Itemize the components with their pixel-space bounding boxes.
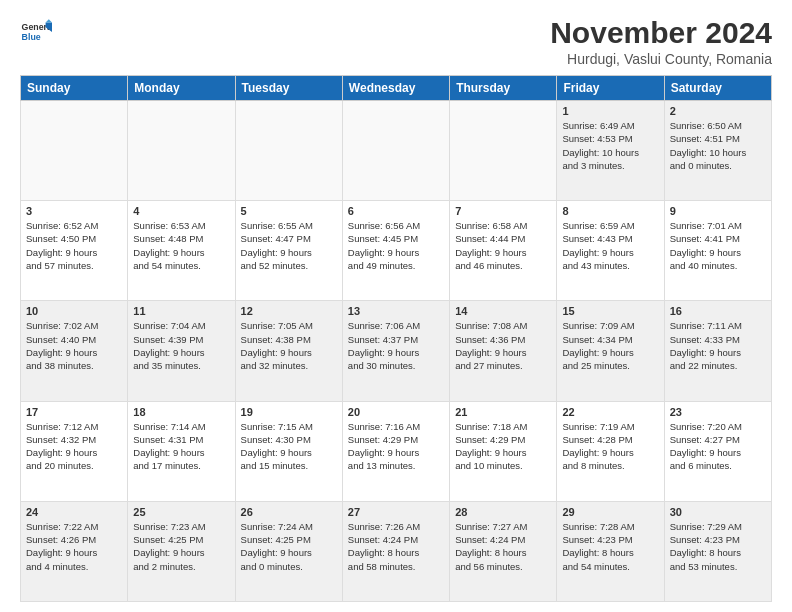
- day-number: 21: [455, 406, 551, 418]
- day-number: 12: [241, 305, 337, 317]
- day-number: 1: [562, 105, 658, 117]
- calendar-week-row: 3Sunrise: 6:52 AMSunset: 4:50 PMDaylight…: [21, 201, 772, 301]
- day-info: Sunrise: 7:06 AMSunset: 4:37 PMDaylight:…: [348, 319, 444, 372]
- day-number: 4: [133, 205, 229, 217]
- day-number: 23: [670, 406, 766, 418]
- day-number: 6: [348, 205, 444, 217]
- day-info: Sunrise: 6:58 AMSunset: 4:44 PMDaylight:…: [455, 219, 551, 272]
- table-row: 30Sunrise: 7:29 AMSunset: 4:23 PMDayligh…: [664, 501, 771, 601]
- page: General Blue November 2024 Hurdugi, Vasl…: [0, 0, 792, 612]
- day-info: Sunrise: 6:59 AMSunset: 4:43 PMDaylight:…: [562, 219, 658, 272]
- day-number: 19: [241, 406, 337, 418]
- table-row: 25Sunrise: 7:23 AMSunset: 4:25 PMDayligh…: [128, 501, 235, 601]
- table-row: [235, 101, 342, 201]
- table-row: 17Sunrise: 7:12 AMSunset: 4:32 PMDayligh…: [21, 401, 128, 501]
- day-info: Sunrise: 7:11 AMSunset: 4:33 PMDaylight:…: [670, 319, 766, 372]
- day-number: 11: [133, 305, 229, 317]
- header-monday: Monday: [128, 76, 235, 101]
- table-row: 22Sunrise: 7:19 AMSunset: 4:28 PMDayligh…: [557, 401, 664, 501]
- table-row: 9Sunrise: 7:01 AMSunset: 4:41 PMDaylight…: [664, 201, 771, 301]
- day-number: 7: [455, 205, 551, 217]
- day-number: 2: [670, 105, 766, 117]
- day-info: Sunrise: 7:18 AMSunset: 4:29 PMDaylight:…: [455, 420, 551, 473]
- day-number: 10: [26, 305, 122, 317]
- header-tuesday: Tuesday: [235, 76, 342, 101]
- day-number: 13: [348, 305, 444, 317]
- table-row: 14Sunrise: 7:08 AMSunset: 4:36 PMDayligh…: [450, 301, 557, 401]
- day-info: Sunrise: 6:53 AMSunset: 4:48 PMDaylight:…: [133, 219, 229, 272]
- table-row: [128, 101, 235, 201]
- table-row: 23Sunrise: 7:20 AMSunset: 4:27 PMDayligh…: [664, 401, 771, 501]
- day-number: 8: [562, 205, 658, 217]
- day-number: 3: [26, 205, 122, 217]
- table-row: 15Sunrise: 7:09 AMSunset: 4:34 PMDayligh…: [557, 301, 664, 401]
- day-number: 17: [26, 406, 122, 418]
- day-info: Sunrise: 7:23 AMSunset: 4:25 PMDaylight:…: [133, 520, 229, 573]
- day-number: 22: [562, 406, 658, 418]
- calendar-header-row: Sunday Monday Tuesday Wednesday Thursday…: [21, 76, 772, 101]
- day-number: 14: [455, 305, 551, 317]
- day-info: Sunrise: 7:09 AMSunset: 4:34 PMDaylight:…: [562, 319, 658, 372]
- day-info: Sunrise: 7:26 AMSunset: 4:24 PMDaylight:…: [348, 520, 444, 573]
- header-thursday: Thursday: [450, 76, 557, 101]
- table-row: [342, 101, 449, 201]
- table-row: 29Sunrise: 7:28 AMSunset: 4:23 PMDayligh…: [557, 501, 664, 601]
- table-row: 2Sunrise: 6:50 AMSunset: 4:51 PMDaylight…: [664, 101, 771, 201]
- day-info: Sunrise: 7:01 AMSunset: 4:41 PMDaylight:…: [670, 219, 766, 272]
- day-info: Sunrise: 7:15 AMSunset: 4:30 PMDaylight:…: [241, 420, 337, 473]
- day-info: Sunrise: 7:24 AMSunset: 4:25 PMDaylight:…: [241, 520, 337, 573]
- day-info: Sunrise: 6:55 AMSunset: 4:47 PMDaylight:…: [241, 219, 337, 272]
- calendar-table: Sunday Monday Tuesday Wednesday Thursday…: [20, 75, 772, 602]
- table-row: [450, 101, 557, 201]
- logo-icon: General Blue: [20, 16, 52, 48]
- day-number: 9: [670, 205, 766, 217]
- day-number: 27: [348, 506, 444, 518]
- table-row: 18Sunrise: 7:14 AMSunset: 4:31 PMDayligh…: [128, 401, 235, 501]
- table-row: 24Sunrise: 7:22 AMSunset: 4:26 PMDayligh…: [21, 501, 128, 601]
- table-row: 1Sunrise: 6:49 AMSunset: 4:53 PMDaylight…: [557, 101, 664, 201]
- table-row: 12Sunrise: 7:05 AMSunset: 4:38 PMDayligh…: [235, 301, 342, 401]
- day-info: Sunrise: 7:20 AMSunset: 4:27 PMDaylight:…: [670, 420, 766, 473]
- day-info: Sunrise: 6:52 AMSunset: 4:50 PMDaylight:…: [26, 219, 122, 272]
- table-row: 21Sunrise: 7:18 AMSunset: 4:29 PMDayligh…: [450, 401, 557, 501]
- day-info: Sunrise: 6:49 AMSunset: 4:53 PMDaylight:…: [562, 119, 658, 172]
- table-row: 26Sunrise: 7:24 AMSunset: 4:25 PMDayligh…: [235, 501, 342, 601]
- table-row: [21, 101, 128, 201]
- day-number: 30: [670, 506, 766, 518]
- table-row: 8Sunrise: 6:59 AMSunset: 4:43 PMDaylight…: [557, 201, 664, 301]
- day-number: 29: [562, 506, 658, 518]
- table-row: 19Sunrise: 7:15 AMSunset: 4:30 PMDayligh…: [235, 401, 342, 501]
- calendar-week-row: 17Sunrise: 7:12 AMSunset: 4:32 PMDayligh…: [21, 401, 772, 501]
- day-info: Sunrise: 7:16 AMSunset: 4:29 PMDaylight:…: [348, 420, 444, 473]
- svg-text:Blue: Blue: [22, 32, 41, 42]
- day-info: Sunrise: 6:50 AMSunset: 4:51 PMDaylight:…: [670, 119, 766, 172]
- table-row: 6Sunrise: 6:56 AMSunset: 4:45 PMDaylight…: [342, 201, 449, 301]
- month-title: November 2024: [550, 16, 772, 49]
- table-row: 20Sunrise: 7:16 AMSunset: 4:29 PMDayligh…: [342, 401, 449, 501]
- svg-marker-3: [46, 19, 52, 22]
- day-info: Sunrise: 7:04 AMSunset: 4:39 PMDaylight:…: [133, 319, 229, 372]
- header-friday: Friday: [557, 76, 664, 101]
- day-number: 5: [241, 205, 337, 217]
- day-info: Sunrise: 7:12 AMSunset: 4:32 PMDaylight:…: [26, 420, 122, 473]
- day-info: Sunrise: 7:02 AMSunset: 4:40 PMDaylight:…: [26, 319, 122, 372]
- day-info: Sunrise: 7:14 AMSunset: 4:31 PMDaylight:…: [133, 420, 229, 473]
- table-row: 11Sunrise: 7:04 AMSunset: 4:39 PMDayligh…: [128, 301, 235, 401]
- header-saturday: Saturday: [664, 76, 771, 101]
- header-sunday: Sunday: [21, 76, 128, 101]
- day-number: 15: [562, 305, 658, 317]
- calendar-week-row: 1Sunrise: 6:49 AMSunset: 4:53 PMDaylight…: [21, 101, 772, 201]
- calendar-week-row: 10Sunrise: 7:02 AMSunset: 4:40 PMDayligh…: [21, 301, 772, 401]
- day-info: Sunrise: 7:05 AMSunset: 4:38 PMDaylight:…: [241, 319, 337, 372]
- table-row: 27Sunrise: 7:26 AMSunset: 4:24 PMDayligh…: [342, 501, 449, 601]
- day-number: 25: [133, 506, 229, 518]
- day-info: Sunrise: 7:27 AMSunset: 4:24 PMDaylight:…: [455, 520, 551, 573]
- day-number: 18: [133, 406, 229, 418]
- table-row: 13Sunrise: 7:06 AMSunset: 4:37 PMDayligh…: [342, 301, 449, 401]
- table-row: 7Sunrise: 6:58 AMSunset: 4:44 PMDaylight…: [450, 201, 557, 301]
- table-row: 28Sunrise: 7:27 AMSunset: 4:24 PMDayligh…: [450, 501, 557, 601]
- table-row: 16Sunrise: 7:11 AMSunset: 4:33 PMDayligh…: [664, 301, 771, 401]
- day-number: 24: [26, 506, 122, 518]
- location: Hurdugi, Vaslui County, Romania: [550, 51, 772, 67]
- table-row: 3Sunrise: 6:52 AMSunset: 4:50 PMDaylight…: [21, 201, 128, 301]
